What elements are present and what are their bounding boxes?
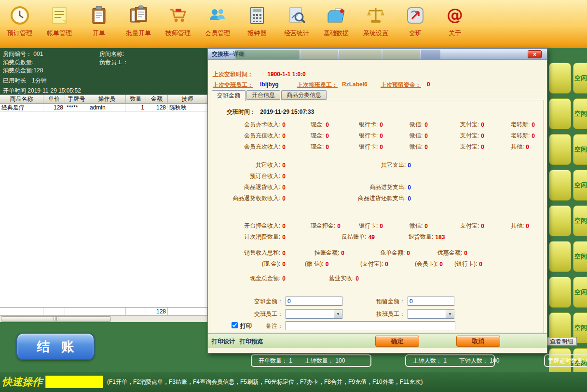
reserve-amount-input[interactable] bbox=[408, 297, 454, 306]
stat-item: 上钟人数： 1 bbox=[413, 357, 447, 365]
grid-row: 预订台收入:0 bbox=[218, 171, 538, 182]
tab-open-table-info[interactable]: 开台信息 bbox=[246, 90, 280, 100]
toolbar-item-business-stats[interactable]: 经营统计 bbox=[277, 0, 316, 48]
amount-label: (支付宝): bbox=[360, 260, 383, 268]
tab-shift-amount[interactable]: 交班金额 bbox=[212, 90, 246, 101]
column-header[interactable]: 操作员 bbox=[88, 95, 126, 103]
room-button[interactable] bbox=[549, 63, 571, 94]
amount-label: 计次消费数量: bbox=[244, 233, 280, 241]
toolbar-item-bill-management[interactable]: 帐单管理 bbox=[40, 0, 79, 48]
toolbar-item-batch-open-order[interactable]: 批量开单 bbox=[119, 0, 158, 48]
room-status-label: 空闲 bbox=[574, 74, 587, 82]
ok-button[interactable]: 确定 bbox=[375, 336, 419, 347]
amount-label: 开台押金收入: bbox=[244, 222, 280, 230]
room-button[interactable]: 空闲 bbox=[573, 134, 587, 165]
toolbar-item-label: 帐单管理 bbox=[47, 29, 72, 38]
remark-input[interactable] bbox=[286, 321, 455, 330]
dialog-titlebar[interactable]: 交接班--详细 × bbox=[208, 49, 547, 60]
app-window: 预订管理帐单管理开单批量开单技师管理会员管理报钟器经营统计基础数据系统设置交班@… bbox=[0, 0, 587, 392]
toolbar-item-about[interactable]: @关于 bbox=[435, 0, 475, 48]
room-button[interactable] bbox=[549, 170, 571, 201]
column-header[interactable]: 技师 bbox=[168, 95, 207, 103]
prev-reserve-label: 上次预留资金： bbox=[381, 81, 421, 89]
room-button[interactable]: 空闲 bbox=[573, 98, 587, 129]
toolbar-item-label: 会员管理 bbox=[205, 29, 230, 38]
amount-value: 0 bbox=[282, 144, 286, 150]
shift-time: 交班时间： 2019-11-29 15:07:33 bbox=[227, 108, 544, 116]
room-button[interactable]: 空闲 bbox=[573, 205, 587, 236]
amount-label: 现金押金: bbox=[311, 222, 335, 230]
column-header[interactable]: 数量 bbox=[126, 95, 146, 103]
toolbar-item-timer[interactable]: 报钟器 bbox=[237, 0, 277, 48]
toolbar-item-label: 预订管理 bbox=[7, 29, 32, 38]
dialog-footer: 打印设计 打印预览 确定 取消 bbox=[208, 333, 547, 348]
column-header[interactable]: 单价 bbox=[43, 95, 65, 103]
taker-staff-combo[interactable]: ▼ bbox=[408, 309, 454, 319]
stat-item: 开单数量： 1 bbox=[259, 357, 292, 365]
grid-cell: 商品进货还款支出:0 bbox=[353, 193, 454, 204]
grid-cell: 其他:0 bbox=[505, 220, 539, 231]
table-row[interactable]: 经典足疗128*****admin1128陈秋秋 bbox=[0, 104, 207, 112]
stat-item: 上钟数量： 100 bbox=[305, 357, 345, 365]
total-cell bbox=[43, 308, 65, 315]
room-button[interactable] bbox=[549, 241, 571, 272]
grid-cell: 老转新:0 bbox=[505, 119, 539, 130]
amount-label: 支付宝: bbox=[460, 121, 479, 129]
total-cell bbox=[126, 308, 146, 315]
grid-cell: 微信:0 bbox=[404, 119, 454, 130]
quick-command-input[interactable] bbox=[45, 376, 103, 388]
view-detail-button[interactable]: 查看明细 bbox=[546, 337, 577, 346]
grid-cell: 会员充值收入:0 bbox=[218, 130, 305, 141]
room-button[interactable] bbox=[549, 277, 571, 308]
column-header[interactable]: 手牌号 bbox=[65, 95, 88, 103]
column-header[interactable]: 金额 bbox=[146, 95, 168, 103]
room-button[interactable] bbox=[549, 205, 571, 236]
amount-label: 现金总金额: bbox=[250, 274, 280, 283]
grid-cell: 营业实收:0 bbox=[305, 273, 404, 284]
shift-amount-input[interactable] bbox=[286, 297, 342, 306]
column-header[interactable]: 商品名称 bbox=[0, 95, 43, 103]
room-button[interactable]: 空闲 bbox=[573, 241, 587, 272]
amount-value: 0 bbox=[481, 223, 484, 230]
amount-value: 0 bbox=[439, 261, 443, 268]
shift-amount-label: 交班金额： bbox=[218, 297, 283, 306]
prev-taker-value: RzLabel6 bbox=[342, 81, 368, 88]
toolbar-item-system-settings[interactable]: 系统设置 bbox=[356, 0, 396, 48]
amount-label: 微信: bbox=[410, 132, 423, 140]
room-button[interactable] bbox=[549, 98, 571, 129]
toolbar-item-base-data[interactable]: 基础数据 bbox=[316, 0, 356, 48]
grid-row: (现 金):0(微 信):0(支付宝):0(会员卡):0(银行卡):0 bbox=[218, 258, 538, 270]
room-button[interactable] bbox=[549, 134, 571, 165]
amount-label: 其他: bbox=[511, 143, 524, 151]
print-design-link[interactable]: 打印设计 bbox=[212, 338, 235, 346]
about-icon: @ bbox=[444, 3, 465, 28]
room-info-field: 消费总金额:128 bbox=[3, 67, 43, 74]
prev-taker-label: 上次接班员工： bbox=[297, 81, 338, 89]
amount-value: 0 bbox=[282, 234, 286, 241]
cancel-button[interactable]: 取消 bbox=[456, 336, 500, 347]
print-preview-link[interactable]: 打印预览 bbox=[240, 338, 263, 346]
amount-value: 0 bbox=[481, 122, 484, 128]
tab-category-info[interactable]: 商品分类信息 bbox=[281, 90, 327, 100]
grid-cell: 其他:0 bbox=[505, 141, 539, 152]
scrollbar-thumb[interactable] bbox=[1, 316, 111, 322]
grid-row: 开台押金收入:0现金押金:0银行卡:0微信:0支付宝:0其他:0 bbox=[218, 220, 538, 231]
amount-label: 支付宝: bbox=[460, 143, 479, 151]
toolbar-item-shift-handover[interactable]: 交班 bbox=[396, 0, 435, 48]
checkout-button[interactable]: 结 账 bbox=[16, 333, 95, 360]
room-info-line: 已用时长 1分钟 bbox=[3, 77, 205, 85]
toolbar-item-booking-management[interactable]: 预订管理 bbox=[0, 0, 40, 48]
toolbar-item-technician-management[interactable]: 技师管理 bbox=[158, 0, 198, 48]
room-button[interactable]: 空闲 bbox=[573, 63, 587, 94]
close-icon[interactable]: × bbox=[528, 50, 542, 58]
toolbar-item-member-management[interactable]: 会员管理 bbox=[198, 0, 237, 48]
shift-staff-combo[interactable]: ▼ bbox=[286, 309, 342, 319]
room-button[interactable]: 空闲 bbox=[573, 277, 587, 308]
horizontal-scrollbar[interactable] bbox=[0, 315, 207, 322]
toolbar: 预订管理帐单管理开单批量开单技师管理会员管理报钟器经营统计基础数据系统设置交班@… bbox=[0, 0, 587, 48]
grid-row: 其它收入:0其它支出:0 bbox=[218, 160, 538, 171]
room-info-field: 已用时长 1分钟 bbox=[3, 77, 47, 84]
toolbar-item-open-order[interactable]: 开单 bbox=[79, 0, 119, 48]
amount-label: 老转新: bbox=[511, 132, 530, 140]
room-button[interactable]: 空闲 bbox=[573, 170, 587, 201]
